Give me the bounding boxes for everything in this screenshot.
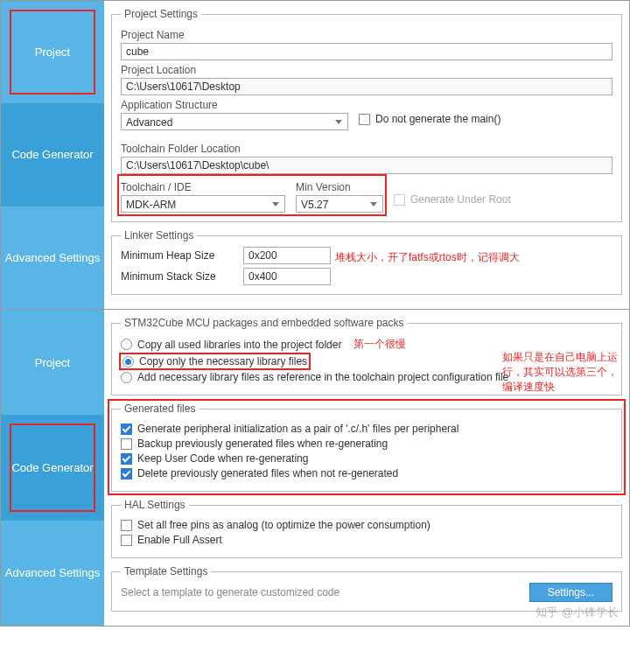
stack-size-input[interactable] <box>243 268 331 285</box>
code-generator-panel: STM32Cube MCU packages and embedded soft… <box>104 310 629 626</box>
sidebar-tab-project[interactable]: Project <box>1 1 104 103</box>
sidebar-tab-project-2[interactable]: Project <box>1 310 104 415</box>
add-reference-label: Add necessary library files as reference… <box>137 371 508 383</box>
enable-full-assert-label: Enable Full Assert <box>137 534 222 546</box>
linker-settings-fieldset: Linker Settings Minimum Heap Size Minimu… <box>111 229 622 295</box>
tc-folder-input[interactable] <box>121 157 612 174</box>
project-settings-fieldset: Project Settings Project Name Project Lo… <box>111 8 622 222</box>
project-settings-panel: Project Settings Project Name Project Lo… <box>104 1 629 309</box>
project-settings-legend: Project Settings <box>121 8 201 20</box>
heap-size-label: Minimum Heap Size <box>121 249 234 262</box>
sidebar-tab-advanced-settings[interactable]: Advanced Settings <box>1 206 104 309</box>
copy-all-label: Copy all used libraries into the project… <box>137 339 341 351</box>
keep-user-code-checkbox[interactable] <box>121 453 132 465</box>
enable-full-assert-checkbox[interactable] <box>121 535 132 546</box>
generated-files-fieldset: Generated files Generate peripheral init… <box>111 402 622 492</box>
keep-user-code-label: Keep User Code when re-generating <box>137 452 308 465</box>
app-structure-select[interactable]: Advanced <box>121 113 348 130</box>
no-main-checkbox[interactable] <box>359 114 370 125</box>
copy-necessary-label: Copy only the necessary library files <box>139 355 307 368</box>
delete-prev-checkbox[interactable] <box>121 468 132 480</box>
sidebar-tab-advanced-settings-2[interactable]: Advanced Settings <box>1 521 104 626</box>
tc-folder-label: Toolchain Folder Location <box>121 143 612 155</box>
delete-prev-label: Delete previously generated files when n… <box>137 467 398 480</box>
stack-size-label: Minimum Stack Size <box>121 270 234 283</box>
project-name-input[interactable] <box>121 43 612 60</box>
generated-files-legend: Generated files <box>121 402 199 415</box>
linker-settings-legend: Linker Settings <box>121 229 197 242</box>
packages-note-2: 如果只是在自己电脑上运行，其实可以选第三个，编译速度快 <box>502 350 625 395</box>
generate-under-root-label: Generate Under Root <box>410 193 511 206</box>
packages-legend: STM32Cube MCU packages and embedded soft… <box>121 317 408 329</box>
sidebar-tab-code-generator-2[interactable]: Code Generator <box>1 415 104 520</box>
hal-settings-fieldset: HAL Settings Set all free pins as analog… <box>111 499 622 558</box>
hal-settings-legend: HAL Settings <box>121 499 189 511</box>
toolchain-ide-select[interactable]: MDK-ARM <box>121 195 285 213</box>
packages-note-1: 第一个很慢 <box>354 337 406 352</box>
backup-label: Backup previously generated files when r… <box>137 438 388 450</box>
gen-per-peripheral-label: Generate peripheral initialization as a … <box>137 423 458 435</box>
project-location-label: Project Location <box>121 64 612 76</box>
no-main-label: Do not generate the main() <box>375 113 500 125</box>
toolchain-ide-label: Toolchain / IDE <box>121 181 285 193</box>
free-pins-analog-checkbox[interactable] <box>121 520 132 531</box>
copy-all-radio[interactable] <box>121 339 132 350</box>
watermark-text: 知乎 @小锋学长 <box>536 605 619 620</box>
add-reference-radio[interactable] <box>121 372 132 383</box>
backup-checkbox[interactable] <box>121 438 132 450</box>
gen-per-peripheral-checkbox[interactable] <box>121 424 132 435</box>
min-version-select[interactable]: V5.27 <box>296 195 383 213</box>
template-settings-legend: Template Settings <box>121 565 211 578</box>
min-version-label: Min Version <box>296 181 383 193</box>
generate-under-root-checkbox <box>394 194 405 206</box>
project-name-label: Project Name <box>121 29 612 41</box>
packages-fieldset: STM32Cube MCU packages and embedded soft… <box>111 317 622 396</box>
sidebar-tab-code-generator[interactable]: Code Generator <box>1 103 104 206</box>
template-text: Select a template to generate customized… <box>121 586 340 598</box>
project-location-input[interactable] <box>121 78 612 95</box>
free-pins-analog-label: Set all free pins as analog (to optimize… <box>137 519 430 531</box>
heap-size-input[interactable] <box>243 247 331 264</box>
app-structure-label: Application Structure <box>121 99 612 111</box>
copy-necessary-radio[interactable] <box>122 356 134 368</box>
template-settings-button[interactable]: Settings... <box>529 583 612 602</box>
linker-note: 堆栈大小，开了fatfs或rtos时，记得调大 <box>335 250 520 265</box>
